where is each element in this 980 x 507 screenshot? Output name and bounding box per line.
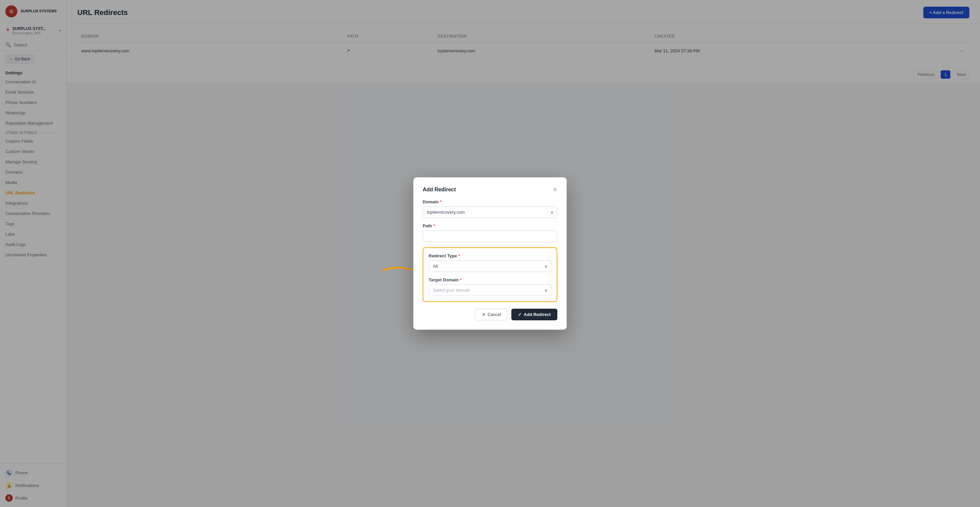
- modal-header: Add Redirect ✕: [423, 187, 557, 193]
- target-domain-required: *: [460, 277, 462, 282]
- modal-overlay: Add Redirect ✕ Domain * toptierrecovery.…: [67, 0, 980, 507]
- checkmark-icon: ✓: [518, 312, 522, 317]
- target-domain-select[interactable]: Select your domain: [429, 284, 551, 296]
- path-field-group: Path *: [423, 223, 557, 242]
- modal-title: Add Redirect: [423, 187, 456, 193]
- domain-required: *: [440, 199, 442, 204]
- target-domain-select-wrapper: Select your domain: [429, 284, 551, 296]
- redirect-type-required: *: [458, 253, 460, 258]
- redirect-type-label: Redirect Type *: [429, 253, 551, 258]
- domain-label: Domain *: [423, 199, 557, 204]
- domain-select[interactable]: toptierrecovery.com: [423, 206, 557, 218]
- domain-select-wrapper: toptierrecovery.com: [423, 206, 557, 218]
- main-content: URL Redirects + Add a Redirect Domain Pa…: [67, 0, 980, 507]
- cancel-x-icon: ✕: [482, 312, 486, 317]
- highlighted-fields-section: Redirect Type * All 301 302 Target D: [423, 247, 557, 302]
- cancel-button[interactable]: ✕ Cancel: [475, 309, 508, 320]
- redirect-type-group: Redirect Type * All 301 302: [429, 253, 551, 272]
- add-redirect-modal: Add Redirect ✕ Domain * toptierrecovery.…: [413, 177, 567, 330]
- path-input[interactable]: [423, 230, 557, 242]
- modal-footer: ✕ Cancel ✓ Add Redirect: [423, 309, 557, 320]
- domain-field-group: Domain * toptierrecovery.com: [423, 199, 557, 218]
- path-label: Path *: [423, 223, 557, 228]
- modal-close-button[interactable]: ✕: [552, 187, 557, 193]
- path-required: *: [433, 223, 435, 228]
- add-redirect-confirm-button[interactable]: ✓ Add Redirect: [511, 309, 557, 320]
- target-domain-group: Target Domain * Select your domain: [429, 277, 551, 296]
- target-domain-label: Target Domain *: [429, 277, 551, 282]
- redirect-type-select-wrapper: All 301 302: [429, 260, 551, 272]
- redirect-type-select[interactable]: All 301 302: [429, 260, 551, 272]
